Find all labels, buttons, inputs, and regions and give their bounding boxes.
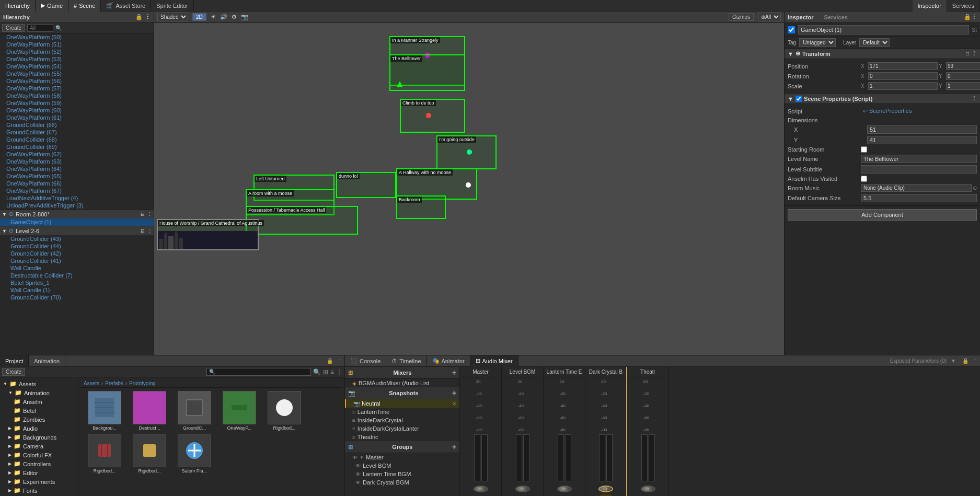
asset-item-rigidbod2[interactable]: Rigidbod... [84,434,125,474]
list-item[interactable]: OneWayPlatform (57) [0,85,154,92]
scene-view[interactable]: In a Manner Strangely The Belltower Clim… [154,23,784,355]
tree-item-colorful-fx[interactable]: ▶ 📁 Colorful FX [0,451,78,459]
asset-item-rigidbod1[interactable]: Rigidbod... [263,391,305,431]
tree-item-zombies[interactable]: 📁 Zombies [0,415,78,424]
list-item[interactable]: GroundCollider (67) [0,129,154,136]
list-item[interactable]: UnloadPrevAdditiveTrigger (3) [0,202,154,209]
add-snapshot-btn[interactable]: + [452,389,456,397]
audio-snapshot-dark-crystal-lantern[interactable]: ≡ InsideDarkCrystalLanter [345,424,459,433]
dim-y-input[interactable] [867,136,977,144]
gameobject-active-checkbox[interactable] [788,26,795,33]
channel-theatr-knob[interactable]: 0 [641,486,655,492]
audio-group-level-bgm[interactable]: 👁 Level BGM [345,462,459,470]
starting-room-checkbox[interactable] [861,146,867,153]
list-item-gameobject[interactable]: GameObject (1) [0,218,154,226]
list-item[interactable]: OneWayPlatform (66) [0,180,154,187]
list-item[interactable]: OneWayPlatform (59) [0,99,154,107]
asset-item-destruct[interactable]: Destruct... [129,391,170,431]
scene-properties-header[interactable]: ▼ Scene Properties (Script) ⋮ [785,94,980,104]
add-mixer-btn[interactable]: + [452,368,456,377]
list-item[interactable]: GroundCollider (70) [0,294,154,301]
add-group-btn[interactable]: + [452,443,456,451]
dim-x-input[interactable] [867,125,977,134]
list-item[interactable]: Destructable Collider (7) [0,272,154,279]
list-view-btn[interactable]: ≡ [330,368,334,376]
audio-mixer-item-bgm[interactable]: ◈ BGMAudioMixer (Audio List [345,379,459,387]
hierarchy-create-btn[interactable]: Create [2,24,25,32]
project-search-input[interactable] [206,368,311,376]
audio-snapshot-dark-crystal[interactable]: ≡ InsideDarkCrystal [345,416,459,424]
asset-item-onewayp[interactable]: OneWayP... [218,391,260,431]
tab-game[interactable]: ▶ Game [36,0,68,11]
list-item[interactable]: OneWayPlatform (62) [0,151,154,158]
filter-btn[interactable]: ⊞ [323,368,328,376]
tab-project[interactable]: Project [0,355,29,367]
tab-audio-mixer[interactable]: ⊞ Audio Mixer [470,355,518,367]
audio-group-dark-crystal-bgm[interactable]: 👁 Dark Crystal BGM [345,478,459,487]
rot-x-input[interactable] [868,72,938,80]
more-btn[interactable]: ⋮ [336,368,342,376]
list-item[interactable]: GroundCollider (68) [0,136,154,143]
list-item[interactable]: Wall Candle [0,264,154,272]
tree-item-controllers[interactable]: ▶ 📁 Controllers [0,459,78,468]
list-item[interactable]: GroundCollider (43) [0,235,154,243]
scale-y-input[interactable] [946,82,980,90]
list-item[interactable]: OneWayPlatform (51) [0,41,154,48]
tree-item-assets[interactable]: ▼ 📁 Assets [0,379,78,388]
tab-inspector[interactable]: Inspector [913,0,947,11]
layers-dropdown[interactable]: ⊕All [758,13,781,21]
list-item[interactable]: GroundCollider (66) [0,121,154,129]
tab-timeline[interactable]: ⏱ Timeline [386,355,426,367]
hierarchy-group-room[interactable]: ▼ ⊙ Room 2-800* ⊟ ⋮ [0,209,154,218]
list-item[interactable]: GroundCollider (69) [0,143,154,151]
list-item[interactable]: OneWayPlatform (52) [0,48,154,55]
tab-sprite-editor[interactable]: Sprite Editor [151,0,194,11]
tab-services[interactable]: Services [947,0,980,11]
hierarchy-group-level[interactable]: ▼ ⊙ Level 2-6 ⊟ ⋮ [0,226,154,235]
tree-item-animation[interactable]: ▼ 📁 Animation [0,388,78,397]
list-item[interactable]: LoadNextAdditiveTrigger (4) [0,194,154,202]
transform-component-header[interactable]: ▼ ⊕ Transform □ ⋮ [785,49,980,59]
gizmos-btn[interactable]: Gizmos [729,13,754,21]
list-item[interactable]: OneWayPlatform (50) [0,33,154,41]
channel-dark-crystal-knob[interactable]: 0 [598,486,613,492]
path-assets[interactable]: Assets [84,380,99,386]
anselm-visited-checkbox[interactable] [861,176,867,182]
2d-toggle[interactable]: 2D [192,13,206,21]
search-btn[interactable]: 🔍 [313,368,321,376]
asset-item-salemplacer[interactable]: Salem Pla... [174,434,215,474]
camera-size-input[interactable] [861,194,977,202]
asset-item-groundc[interactable]: GroundC... [174,391,215,431]
tab-scene[interactable]: # Scene [68,0,101,11]
level-name-input[interactable] [861,155,977,163]
asset-item-rigidbod3[interactable]: Rigidbod... [129,434,170,474]
list-item[interactable]: GroundCollider (44) [0,243,154,250]
list-item[interactable]: OneWayPlatform (55) [0,70,154,77]
list-item[interactable]: OneWayPlatform (54) [0,63,154,70]
list-item[interactable]: Betel Sprites_1 [0,279,154,286]
project-create-btn[interactable]: Create [2,368,25,376]
list-item[interactable]: OneWayPlatform (53) [0,55,154,63]
scale-x-input[interactable] [868,82,938,90]
tree-item-experiments[interactable]: ▶ 📁 Experiments [0,477,78,486]
rot-y-input[interactable] [946,72,980,80]
audio-group-lantern-bgm[interactable]: 👁 Lantern Time BGM [345,470,459,478]
list-item[interactable]: GroundCollider (41) [0,257,154,264]
shading-dropdown[interactable]: Shaded [157,13,188,21]
tab-animation[interactable]: Animation [29,355,65,367]
tree-item-anselm[interactable]: 📁 Anselm [0,397,78,406]
close-neutral[interactable]: ✕ [452,401,456,407]
list-item[interactable]: OneWayPlatform (56) [0,77,154,85]
list-item[interactable]: GroundCollider (42) [0,250,154,257]
tree-item-editor[interactable]: ▶ 📁 Editor [0,468,78,477]
list-item[interactable]: OneWayPlatform (63) [0,158,154,165]
channel-lantern-knob[interactable]: 0 [557,486,572,492]
tree-item-betel[interactable]: 📁 Betel [0,406,78,415]
level-subtitle-input[interactable] [861,165,977,174]
channel-master-knob[interactable]: 0 [474,486,488,492]
asset-item-background[interactable]: Backgrou... [84,391,125,431]
channel-level-bgm-knob[interactable]: 0 [515,486,530,492]
list-item[interactable]: OneWayPlatform (58) [0,92,154,99]
tree-item-fonts[interactable]: ▶ 📁 Fonts [0,486,78,495]
gameobject-name-input[interactable] [798,25,969,34]
